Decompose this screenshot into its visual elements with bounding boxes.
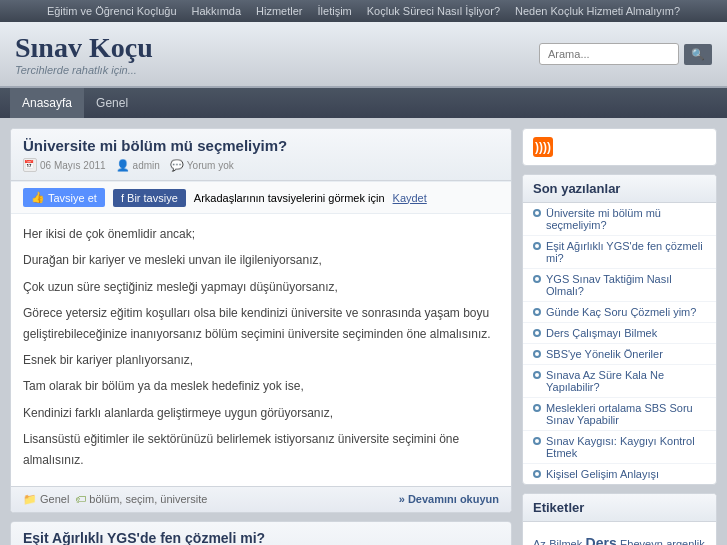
top-nav-hakkimda[interactable]: Hakkımda	[192, 5, 242, 17]
site-branding: Sınav Koçu Tercihlerde rahatlık için...	[15, 32, 153, 76]
top-nav-kocluk[interactable]: Koçluk Süreci Nasıl İşliyor?	[367, 5, 500, 17]
sidebar: )))) Son yazılanlar Üniversite mi bölüm …	[522, 128, 717, 545]
etiketler-title: Etiketler	[523, 494, 716, 522]
comment-icon: 💬	[170, 159, 184, 172]
son-yazilar-title: Son yazılanlar	[523, 175, 716, 203]
calendar-icon: 📅	[23, 158, 37, 172]
top-nav-neden[interactable]: Neden Koçluk Hizmeti Almalıyım?	[515, 5, 680, 17]
top-nav-iletisim[interactable]: İletişim	[318, 5, 352, 17]
list-item[interactable]: SBS'ye Yönelik Öneriler	[523, 344, 716, 365]
main-nav-anasayfa[interactable]: Anasayfa	[10, 88, 84, 118]
article-1: Üniversite mi bölüm mü seçmeliyim? 📅 06 …	[10, 128, 512, 513]
article-1-footer: 📁 Genel 🏷 bölüm, seçim, üniversite » Dev…	[11, 486, 511, 512]
search-input[interactable]	[539, 43, 679, 65]
folder-tag: 📁 Genel	[23, 493, 69, 506]
list-item[interactable]: Sınava Az Süre Kala Ne Yapılabilir?	[523, 365, 716, 398]
list-item[interactable]: Üniversite mi bölüm mü seçmeliyim?	[523, 203, 716, 236]
circle-icon	[533, 329, 541, 337]
article-1-title: Üniversite mi bölüm mü seçmeliyim?	[23, 137, 499, 154]
tag-ders[interactable]: Ders	[586, 535, 617, 545]
circle-icon	[533, 209, 541, 217]
content-wrapper: Üniversite mi bölüm mü seçmeliyim? 📅 06 …	[0, 118, 727, 545]
article-2-header: Eşit Ağırlıklı YGS'de fen çözmeli mi? 📅 …	[11, 522, 511, 545]
site-header: Sınav Koçu Tercihlerde rahatlık için... …	[0, 22, 727, 88]
fb-icon: f	[121, 192, 124, 204]
circle-icon	[533, 470, 541, 478]
kaydet-link[interactable]: Kaydet	[393, 192, 427, 204]
article-1-author: 👤 admin	[116, 159, 160, 172]
circle-icon	[533, 371, 541, 379]
fb-button[interactable]: f Bir tavsiye	[113, 189, 186, 207]
article-1-comments: 💬 Yorum yok	[170, 159, 234, 172]
circle-icon	[533, 275, 541, 283]
arrow-icon: »	[399, 493, 405, 505]
list-item[interactable]: YGS Sınav Taktiğim Nasıl Olmalı?	[523, 269, 716, 302]
list-item[interactable]: Meslekleri ortalama SBS Soru Sınav Yapab…	[523, 398, 716, 431]
list-item[interactable]: Ders Çalışmayı Bilmek	[523, 323, 716, 344]
son-yazilar-widget: Son yazılanlar Üniversite mi bölüm mü se…	[522, 174, 717, 485]
top-navigation: Eğitim ve Öğrenci Koçluğu Hakkımda Hizme…	[0, 0, 727, 22]
article-1-header: Üniversite mi bölüm mü seçmeliyim? 📅 06 …	[11, 129, 511, 181]
circle-icon	[533, 350, 541, 358]
tag-list: 🏷 bölüm, seçim, üniversite	[75, 493, 207, 505]
tag-bilmek[interactable]: Bilmek	[549, 538, 582, 545]
thumb-icon: 👍	[31, 191, 45, 204]
tag-icon: 🏷	[75, 493, 86, 505]
article-1-meta: 📅 06 Mayıs 2011 👤 admin 💬 Yorum yok	[23, 158, 499, 172]
main-content: Üniversite mi bölüm mü seçmeliyim? 📅 06 …	[10, 128, 512, 545]
list-item[interactable]: Eşit Ağırlıklı YGS'de fen çözmeli mi?	[523, 236, 716, 269]
site-title: Sınav Koçu	[15, 32, 153, 64]
main-nav-genel[interactable]: Genel	[84, 88, 140, 118]
search-button[interactable]: 🔍	[684, 44, 712, 65]
article-2: Eşit Ağırlıklı YGS'de fen çözmeli mi? 📅 …	[10, 521, 512, 545]
devami-link[interactable]: » Devamını okuyun	[399, 493, 499, 505]
top-nav-hizmetler[interactable]: Hizmetler	[256, 5, 302, 17]
rss-bar: ))))	[523, 129, 716, 165]
tavsiye-button[interactable]: 👍 Tavsiye et	[23, 188, 105, 207]
site-subtitle: Tercihlerde rahatlık için...	[15, 64, 153, 76]
circle-icon	[533, 437, 541, 445]
son-yazilar-list: Üniversite mi bölüm mü seçmeliyim? Eşit …	[523, 203, 716, 484]
list-item[interactable]: Kişisel Gelişim Anlayışı	[523, 464, 716, 484]
rss-widget: ))))	[522, 128, 717, 166]
tag-az[interactable]: Az	[533, 538, 546, 545]
article-1-body: Her ikisi de çok önemlidir ancak; Durağa…	[11, 214, 511, 486]
article-2-title: Eşit Ağırlıklı YGS'de fen çözmeli mi?	[23, 530, 499, 545]
top-nav-egitim[interactable]: Eğitim ve Öğrenci Koçluğu	[47, 5, 177, 17]
search-box: 🔍	[539, 43, 712, 65]
list-item[interactable]: Günde Kaç Soru Çözmeli yim?	[523, 302, 716, 323]
tag-argenlik[interactable]: argenlik	[666, 538, 705, 545]
circle-icon	[533, 308, 541, 316]
circle-icon	[533, 242, 541, 250]
folder-icon: 📁	[23, 493, 37, 506]
article-1-date: 📅 06 Mayıs 2011	[23, 158, 106, 172]
circle-icon	[533, 404, 541, 412]
tag-ebeveyn[interactable]: Ebeveyn	[620, 538, 663, 545]
social-bar: 👍 Tavsiye et f Bir tavsiye Arkadaşlarını…	[11, 181, 511, 214]
rss-icon: ))))	[533, 137, 553, 157]
user-icon: 👤	[116, 159, 130, 172]
etiketler-widget: Etiketler Az Bilmek Ders Ebeveyn argenli…	[522, 493, 717, 545]
main-navigation: Anasayfa Genel	[0, 88, 727, 118]
list-item[interactable]: Sınav Kaygısı: Kaygıyı Kontrol Etmek	[523, 431, 716, 464]
footer-tags: 📁 Genel 🏷 bölüm, seçim, üniversite	[23, 493, 207, 506]
social-text: Arkadaşlarının tavsiyelerini görmek için	[194, 192, 385, 204]
etiketler-cloud: Az Bilmek Ders Ebeveyn argenlik Gelişim …	[523, 522, 716, 545]
